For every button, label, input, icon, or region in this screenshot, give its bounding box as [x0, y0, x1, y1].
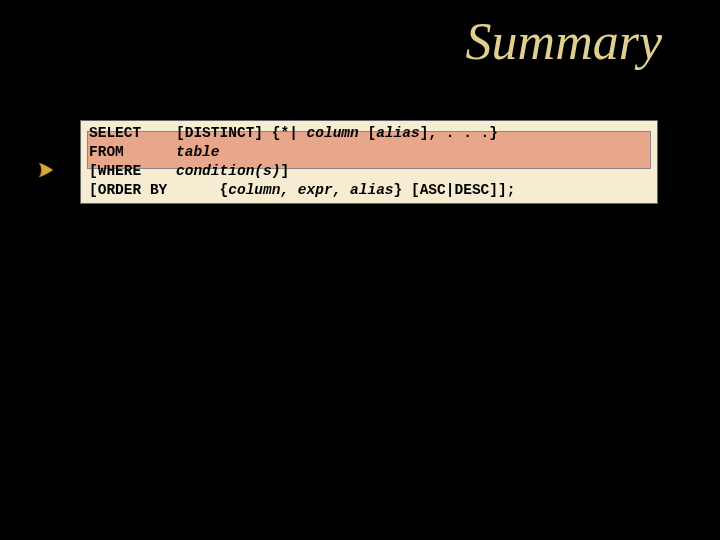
code-l3-a: [WHERE — [89, 163, 176, 179]
code-l3-c: ] — [280, 163, 289, 179]
code-l1-e: ], . . .} — [420, 125, 498, 141]
code-block: SELECT [DISTINCT] {*| column [alias], . … — [80, 120, 658, 204]
bullet-icon — [36, 160, 56, 180]
code-l1-a: SELECT [DISTINCT] {*| — [89, 125, 307, 141]
code-l4-b: column, expr, alias — [228, 182, 393, 198]
code-l1-d: alias — [376, 125, 420, 141]
code-text: SELECT [DISTINCT] {*| column [alias], . … — [89, 124, 649, 200]
code-l4-a: [ORDER BY { — [89, 182, 228, 198]
code-l3-b: condition(s) — [176, 163, 280, 179]
code-l2-b: table — [176, 144, 220, 160]
code-l1-c: [ — [367, 125, 376, 141]
code-l4-c: } [ASC|DESC]]; — [394, 182, 516, 198]
slide-title: Summary — [466, 12, 662, 71]
code-l2-a: FROM — [89, 144, 176, 160]
code-l1-b: column — [307, 125, 368, 141]
